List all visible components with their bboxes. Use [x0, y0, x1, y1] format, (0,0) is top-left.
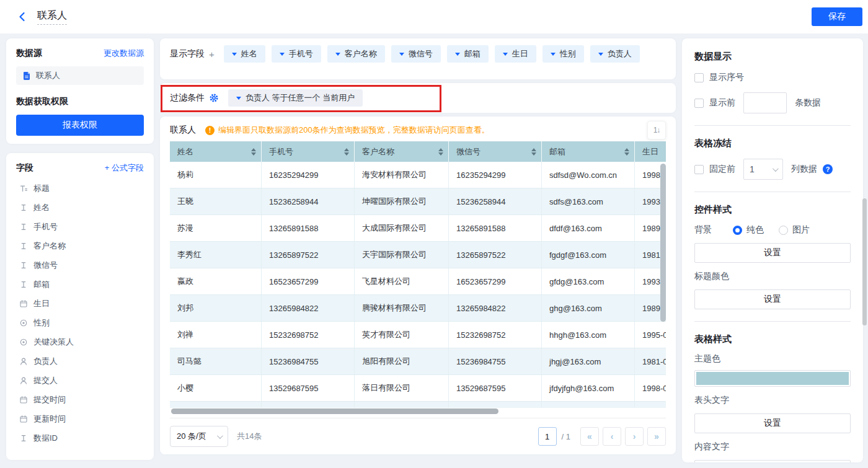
column-header-label: 姓名	[177, 146, 193, 157]
table-cell: 16235294299	[262, 162, 355, 188]
filter-condition-chip[interactable]: 负责人 等于任意一个 当前用户	[228, 89, 363, 107]
field-item-label: 负责人	[33, 356, 58, 367]
field-item[interactable]: 更新时间	[16, 409, 144, 428]
field-item[interactable]: 客户名称	[16, 236, 144, 255]
table-row: 苏漫13265891588大成国际有限公司13265891588dfdf@163…	[170, 215, 666, 242]
add-display-field-button[interactable]: +	[209, 49, 215, 60]
display-field-chip[interactable]: 客户名称	[327, 45, 385, 63]
table-vertical-scrollbar[interactable]	[660, 164, 666, 322]
panel-scrollbar-thumb[interactable]	[862, 198, 867, 325]
table-column-header[interactable]: 生日	[635, 141, 666, 162]
table-cell: 海安材料有限公司	[355, 162, 449, 188]
help-icon[interactable]: ?	[823, 164, 833, 174]
field-item[interactable]: 标题	[16, 179, 144, 198]
theme-color-picker[interactable]	[694, 370, 851, 387]
table-column-header[interactable]: 客户名称	[355, 141, 449, 162]
sort-arrows-icon[interactable]	[624, 148, 629, 156]
display-field-chip[interactable]: 邮箱	[447, 45, 489, 63]
back-button[interactable]	[16, 11, 29, 23]
table-row: 王晓15236258944坤曜国际有限公司15236258944sdfs@163…	[170, 188, 666, 215]
gear-icon[interactable]	[209, 93, 219, 103]
sort-arrows-icon[interactable]	[251, 148, 256, 156]
display-field-chip[interactable]: 姓名	[224, 45, 265, 63]
field-item[interactable]: 生日	[16, 294, 144, 313]
chip-label: 性别	[560, 48, 576, 60]
table-cell: fgdgf@163.com	[542, 242, 635, 268]
sort-arrows-icon[interactable]	[531, 148, 536, 156]
field-item[interactable]: 数据ID	[16, 428, 144, 448]
table-cell: 13265984822	[449, 295, 542, 321]
content-text-set-button[interactable]: 设置	[694, 460, 851, 462]
display-field-chip[interactable]: 手机号	[272, 45, 321, 63]
next-page-button[interactable]: ›	[625, 427, 644, 446]
show-index-label: 显示序号	[709, 72, 744, 83]
field-item[interactable]: 邮箱	[16, 275, 144, 294]
table-cell: 13265891588	[449, 215, 542, 241]
current-page-input[interactable]: 1	[538, 427, 557, 446]
sort-arrows-icon[interactable]	[344, 148, 349, 156]
chip-label: 姓名	[241, 48, 257, 60]
table-row: 司马懿15236984755旭阳有限公司15236984755jhgj@163.…	[170, 348, 666, 375]
display-field-chip[interactable]: 性别	[542, 45, 584, 63]
datasource-item[interactable]: 联系人	[16, 66, 144, 85]
freeze-column-select[interactable]: 1	[743, 159, 783, 180]
field-item[interactable]: 提交时间	[16, 390, 144, 409]
freeze-suffix: 列数据	[791, 164, 817, 175]
freeze-checkbox[interactable]	[694, 165, 704, 174]
last-page-button[interactable]: »	[647, 427, 666, 446]
show-first-count-input[interactable]	[743, 92, 787, 113]
horizontal-scrollbar-thumb[interactable]	[171, 408, 498, 414]
page-title[interactable]: 联系人	[37, 9, 67, 25]
title-color-set-button[interactable]: 设置	[694, 289, 851, 309]
field-item[interactable]: 负责人	[16, 351, 144, 371]
table-column-header[interactable]: 微信号	[449, 141, 542, 162]
prev-page-button[interactable]: ‹	[603, 427, 621, 446]
change-datasource-link[interactable]: 更改数据源	[104, 48, 144, 59]
table-cell: jfdyjfgh@163.com	[542, 375, 635, 401]
table-title: 联系人	[170, 125, 196, 136]
sort-arrows-icon[interactable]	[438, 148, 443, 156]
image-radio[interactable]	[779, 226, 788, 235]
show-first-suffix: 条数据	[795, 97, 821, 108]
field-item[interactable]: 微信号	[16, 255, 144, 275]
field-item[interactable]: 姓名	[16, 198, 144, 217]
field-item[interactable]: 性别	[16, 313, 144, 332]
table-cell: hhgh@163.com	[542, 322, 635, 348]
field-item-label: 标题	[33, 183, 50, 194]
calendar-icon	[19, 395, 28, 404]
first-page-button[interactable]: «	[580, 427, 599, 446]
report-permission-button[interactable]: 报表权限	[16, 115, 144, 136]
solid-color-radio[interactable]	[733, 226, 742, 235]
background-set-button[interactable]: 设置	[694, 243, 851, 263]
field-item[interactable]: 关键决策人	[16, 332, 144, 351]
display-field-chip[interactable]: 生日	[495, 45, 536, 63]
chevron-down-icon	[236, 97, 241, 100]
table-cell: 英才有限公司	[355, 322, 449, 348]
table-column-header[interactable]: 手机号	[262, 141, 355, 162]
table-column-header[interactable]: 姓名	[170, 141, 262, 162]
add-formula-field-link[interactable]: + 公式字段	[105, 162, 144, 174]
show-first-checkbox[interactable]	[694, 99, 704, 108]
page-size-select[interactable]: 20 条/页	[170, 426, 228, 447]
display-field-chip[interactable]: 负责人	[590, 45, 640, 63]
table-style-title: 表格样式	[694, 333, 851, 345]
table-cell: 杨莉	[170, 162, 262, 188]
datasource-card: 数据源 更改数据源 联系人 数据获取权限 报表权限	[6, 38, 154, 144]
header-text-set-button[interactable]: 设置	[694, 413, 851, 433]
field-item[interactable]: 手机号	[16, 217, 144, 236]
content-text-label: 内容文字	[694, 441, 851, 453]
table-cell: gfdg@163.com	[542, 268, 635, 294]
show-index-checkbox[interactable]	[694, 73, 704, 82]
table-column-header[interactable]: 邮箱	[542, 141, 635, 162]
numeric-sort-icon[interactable]: 1↓	[647, 121, 666, 139]
theme-color-swatch	[696, 372, 849, 385]
display-field-chip[interactable]: 微信号	[391, 45, 441, 63]
text-icon	[19, 203, 28, 212]
table-cell: 15236984755	[262, 348, 355, 374]
back-chevron-icon	[17, 11, 28, 22]
filter-card: 过滤条件 负责人 等于任意一个 当前用户	[160, 83, 676, 113]
table-cell: 1981-06	[635, 348, 666, 374]
field-item[interactable]: 提交人	[16, 371, 144, 390]
save-button[interactable]: 保存	[812, 7, 862, 26]
calendar-icon	[19, 415, 28, 423]
